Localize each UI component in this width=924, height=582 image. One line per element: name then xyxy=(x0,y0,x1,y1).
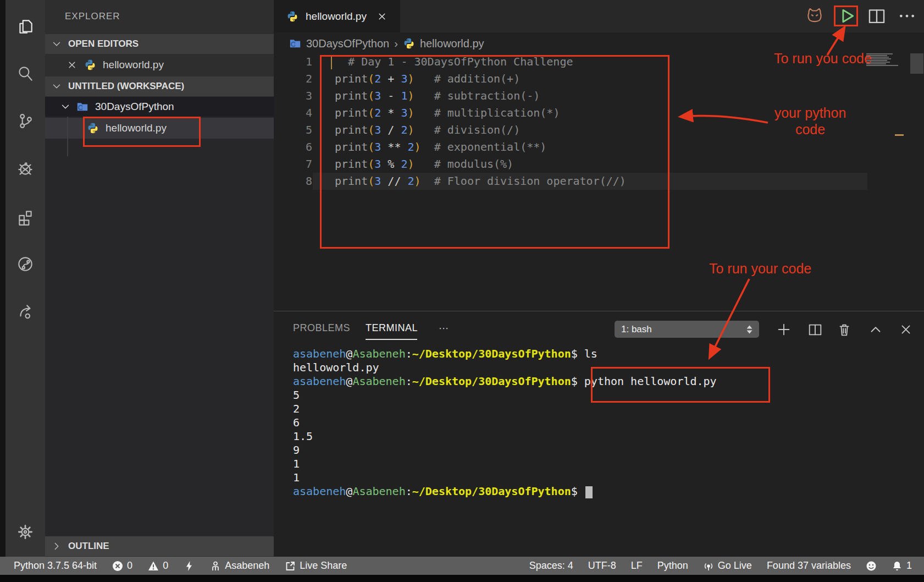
new-terminal-icon[interactable] xyxy=(776,321,792,338)
cat-extension-icon[interactable] xyxy=(804,6,825,26)
tab-terminal[interactable]: TERMINAL xyxy=(366,322,418,334)
open-editors-label: OPEN EDITORS xyxy=(68,39,139,50)
terminal-panel: PROBLEMS TERMINAL ⋯ 1: bash asabeneh@Asa… xyxy=(274,311,924,557)
warning-icon xyxy=(148,561,159,572)
person-icon xyxy=(210,561,221,572)
files-icon[interactable] xyxy=(15,16,36,37)
code-area[interactable]: 1 # Day 1 - 30DaysOfPython Challenge2pri… xyxy=(297,53,626,190)
status-item-0[interactable]: 0 xyxy=(112,560,132,572)
broadcast-icon xyxy=(703,561,714,572)
outline-header[interactable]: OUTLINE xyxy=(45,536,274,556)
code-line-2[interactable]: 2print(2 + 3) # addition(+) xyxy=(297,70,626,87)
extensions-icon[interactable] xyxy=(15,207,36,228)
live-share-icon xyxy=(285,561,296,572)
lightning-icon xyxy=(184,561,195,572)
terminal-output-line: 5 xyxy=(293,388,717,402)
workspace-header[interactable]: UNTITLED (WORKSPACE) xyxy=(45,76,274,96)
minimap-marker xyxy=(895,134,904,136)
tree-file-item[interactable]: helloworld.py xyxy=(45,118,274,139)
settings-gear-icon[interactable] xyxy=(15,521,36,542)
chevron-down-icon[interactable] xyxy=(51,80,63,92)
status-left: Python 3.7.5 64-bit00AsabenehLive Share xyxy=(14,557,347,575)
status-item-asabeneh[interactable]: Asabeneh xyxy=(210,560,269,572)
breadcrumb: 30DaysOfPython › helloworld.py xyxy=(289,35,484,52)
minimap-line xyxy=(866,63,886,64)
tab-label[interactable]: helloworld.py xyxy=(306,10,367,23)
status-item-lf[interactable]: LF xyxy=(631,560,643,572)
terminal-output-line: 2 xyxy=(293,402,717,416)
window-edge xyxy=(0,0,5,557)
status-item-found-37-variables[interactable]: Found 37 variables xyxy=(767,560,851,572)
status-item-utf-8[interactable]: UTF-8 xyxy=(588,560,616,572)
code-line-3[interactable]: 3print(3 - 1) # subtraction(-) xyxy=(297,87,626,105)
breadcrumb-folder[interactable]: 30DaysOfPython xyxy=(306,37,389,50)
status-item-1[interactable]: 1 xyxy=(892,560,912,572)
code-line-5[interactable]: 5print(3 / 2) # division(/) xyxy=(297,122,626,139)
run-button[interactable] xyxy=(837,6,857,26)
tree-filename[interactable]: helloworld.py xyxy=(106,122,167,134)
status-item-0[interactable]: 0 xyxy=(148,560,168,572)
close-icon[interactable] xyxy=(66,59,78,71)
close-panel-icon[interactable] xyxy=(898,321,914,338)
split-editor-icon[interactable] xyxy=(866,6,887,26)
status-item-go-live[interactable]: Go Live xyxy=(703,560,752,572)
chevron-down-icon[interactable] xyxy=(59,101,71,113)
shell-selector-value: 1: bash xyxy=(621,324,652,335)
split-terminal-icon[interactable] xyxy=(807,321,823,338)
breadcrumb-file[interactable]: helloworld.py xyxy=(420,37,484,50)
status-bar: Python 3.7.5 64-bit00AsabenehLive Share … xyxy=(0,557,924,575)
source-control-icon[interactable] xyxy=(15,111,36,131)
explorer-sidebar: EXPLORER OPEN EDITORS helloworld.py UNTI… xyxy=(45,0,274,557)
python-file-icon xyxy=(87,122,99,134)
terminal-output[interactable]: asabeneh@Asabeneh:~/Desktop/30DaysOfPyth… xyxy=(293,347,717,498)
maximize-panel-icon[interactable] xyxy=(867,321,884,338)
panel-more-icon[interactable]: ⋯ xyxy=(439,322,450,334)
error-circle-icon xyxy=(112,561,123,572)
sidebar-title: EXPLORER xyxy=(65,11,120,22)
status-item-spaces-4[interactable]: Spaces: 4 xyxy=(529,560,573,572)
minimap-line xyxy=(866,65,898,66)
status-item[interactable] xyxy=(184,561,195,572)
line-number: 6 xyxy=(297,139,312,156)
open-editor-filename[interactable]: helloworld.py xyxy=(103,59,164,71)
circle-branch-icon[interactable] xyxy=(15,254,36,274)
minimap-line xyxy=(866,57,889,58)
chevron-right-icon[interactable] xyxy=(51,540,63,552)
open-editor-item[interactable]: helloworld.py xyxy=(45,55,274,75)
file-tree: 30DaysOfPython helloworld.py xyxy=(45,97,274,536)
tab-helloworld[interactable]: helloworld.py xyxy=(274,0,400,32)
status-item[interactable] xyxy=(866,561,877,572)
editor-pane[interactable]: 30DaysOfPython › helloworld.py 1 # Day 1… xyxy=(274,32,924,311)
scrollbar-thumb[interactable] xyxy=(910,53,923,74)
code-line-6[interactable]: 6print(3 ** 2) # exponential(**) xyxy=(297,139,626,156)
bottom-black-strip xyxy=(0,575,924,582)
folder-item[interactable]: 30DaysOfPython xyxy=(45,97,274,117)
text-cursor xyxy=(331,56,332,69)
close-icon[interactable] xyxy=(376,10,388,23)
code-line-4[interactable]: 4print(2 * 3) # multiplication(*) xyxy=(297,105,626,122)
code-line-1[interactable]: 1 # Day 1 - 30DaysOfPython Challenge xyxy=(297,53,626,70)
minimap-line xyxy=(866,55,887,56)
status-item-live-share[interactable]: Live Share xyxy=(285,560,347,572)
terminal-output-line: 1 xyxy=(293,471,717,485)
python-file-icon xyxy=(403,37,415,50)
folder-name[interactable]: 30DaysOfPython xyxy=(95,101,174,113)
tab-problems[interactable]: PROBLEMS xyxy=(293,322,350,334)
minimap[interactable] xyxy=(866,53,910,67)
status-item-python[interactable]: Python xyxy=(657,560,688,572)
chevron-down-icon[interactable] xyxy=(51,38,63,50)
select-updown-icon xyxy=(746,325,753,334)
open-editors-header[interactable]: OPEN EDITORS xyxy=(45,34,274,54)
code-line-8[interactable]: 8print(3 // 2) # Floor division operator… xyxy=(297,173,626,190)
code-line-7[interactable]: 7print(3 % 2) # modulus(%) xyxy=(297,156,626,173)
python-file-icon xyxy=(84,59,96,71)
kill-terminal-icon[interactable] xyxy=(836,321,853,338)
live-share-activity-icon[interactable] xyxy=(15,301,36,322)
shell-selector[interactable]: 1: bash xyxy=(615,321,759,338)
more-actions-icon[interactable] xyxy=(897,6,917,26)
search-icon[interactable] xyxy=(15,63,36,84)
terminal-output-line: 9 xyxy=(293,443,717,457)
debug-icon[interactable] xyxy=(15,158,36,179)
status-item-python-3-7-5-64-bit[interactable]: Python 3.7.5 64-bit xyxy=(14,560,97,572)
status-right: Spaces: 4UTF-8LFPythonGo LiveFound 37 va… xyxy=(529,557,912,575)
